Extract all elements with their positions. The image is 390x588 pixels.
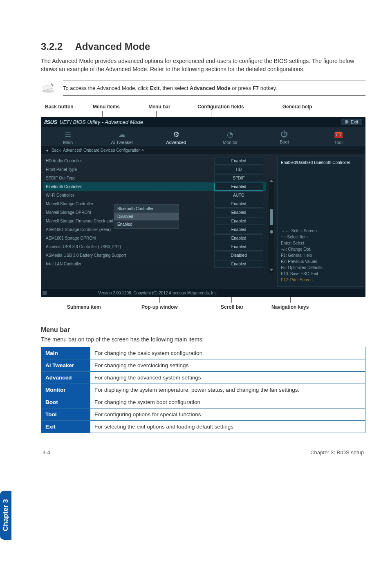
setting-label: HD Audio Controller xyxy=(46,157,214,165)
setting-value[interactable]: Enabled xyxy=(214,226,263,233)
setting-row[interactable]: SPDIF Out TypeSPDIF xyxy=(43,174,266,182)
exit-button[interactable]: Exit xyxy=(341,119,362,125)
setting-row[interactable]: Front Panel TypeHD xyxy=(43,165,266,174)
setting-row[interactable]: HD Audio ControllerEnabled xyxy=(43,157,266,165)
table-row: ExitFor selecting the exit options and l… xyxy=(41,421,365,433)
nav-key-line: F1: General Help xyxy=(281,252,359,258)
version-text: Version 2.00.1208. Copyright (C) 2012 Am… xyxy=(98,291,217,295)
nav-key-line: →←: Select Screen xyxy=(281,228,359,234)
nav-key-line: ↑↓: Select Item xyxy=(281,234,359,240)
table-value: For displaying the system temperature, p… xyxy=(90,384,365,396)
cloud-icon: ☁ xyxy=(95,130,149,139)
label-general-help: General help xyxy=(258,104,365,110)
menu-table: MainFor changing the basic system config… xyxy=(41,347,365,433)
scroll-up-icon[interactable] xyxy=(269,180,273,182)
label-config-fields: Configuration fields xyxy=(184,104,258,110)
scroll-thumb-2[interactable] xyxy=(270,230,273,233)
popup-option-enabled[interactable]: Enabled xyxy=(114,220,179,228)
setting-value[interactable]: SPDIF xyxy=(214,174,263,182)
note-text: To access the Advanced Mode, click Exit,… xyxy=(63,81,365,96)
setting-label: ASM1061 Storage OPROM xyxy=(46,234,214,242)
settings-panel: HD Audio ControllerEnabledFront Panel Ty… xyxy=(43,157,266,287)
tab-boot[interactable]: ⏻Boot xyxy=(257,127,311,146)
label-back-button: Back button xyxy=(41,104,78,110)
table-row: AdvancedFor changing the advanced system… xyxy=(41,372,365,384)
chapter-label: Chapter 3: BIOS setup xyxy=(310,449,364,456)
setting-value[interactable]: Enabled xyxy=(214,217,263,225)
toolbox-icon: 🧰 xyxy=(312,130,365,139)
tab-main[interactable]: ☰Main xyxy=(41,127,95,146)
label-menu-bar: Menu bar xyxy=(135,104,184,110)
table-value: For changing the system boot configurati… xyxy=(90,396,365,408)
setting-value[interactable]: Enabled xyxy=(214,200,263,208)
section-number: 3.2.2 xyxy=(41,41,63,52)
tab-monitor[interactable]: ◔Monitor xyxy=(203,127,257,146)
gauge-icon: ◔ xyxy=(203,130,257,139)
table-key: Main xyxy=(41,347,90,359)
tab-tool[interactable]: 🧰Tool xyxy=(312,127,365,146)
intro-paragraph: The Advanced Mode provides advanced opti… xyxy=(41,57,365,73)
back-arrow-icon[interactable]: ◄ xyxy=(45,148,49,153)
tab-ai-tweaker[interactable]: ☁Ai Tweaker xyxy=(95,127,149,146)
bios-title: UEFI BIOS Utility - Advanced Mode xyxy=(59,119,143,125)
setting-value[interactable]: Enabled xyxy=(214,260,263,268)
nav-keys: →←: Select Screen↑↓: Select ItemEnter: S… xyxy=(281,228,359,283)
breadcrumb-path: Advanced\ Onboard Devices Configuration … xyxy=(63,148,144,153)
callout-labels-bottom: Submenu item Pop-up window Scroll bar Na… xyxy=(41,304,365,316)
breadcrumb-back[interactable]: Back xyxy=(52,148,61,153)
label-submenu-item: Submenu item xyxy=(67,304,101,310)
footer-square-icon xyxy=(43,291,47,295)
chip-icon: ⚙ xyxy=(149,130,203,139)
scroll-down-icon[interactable] xyxy=(269,269,273,271)
label-scroll-bar: Scroll bar xyxy=(221,304,243,310)
setting-label: SPDIF Out Type xyxy=(46,174,214,182)
section-title: Advanced Mode xyxy=(75,41,150,52)
table-value: For configuring options for special func… xyxy=(90,408,365,421)
note-icon xyxy=(41,81,56,95)
table-row: MainFor changing the basic system config… xyxy=(41,347,365,359)
table-key: Tool xyxy=(41,408,90,421)
setting-label: ASMedia USB 3.0 Battery Charging Support xyxy=(46,251,214,259)
bios-window: /ISUS UEFI BIOS Utility - Advanced Mode … xyxy=(41,117,365,297)
tab-advanced[interactable]: ⚙Advanced xyxy=(149,127,203,146)
setting-value[interactable]: Enabled xyxy=(214,209,263,216)
setting-value[interactable]: Enabled xyxy=(214,183,263,191)
scroll-thumb[interactable] xyxy=(270,209,273,225)
nav-key-line: +/-: Change Opt. xyxy=(281,246,359,252)
setting-label: Asmedia USB 3.0 Controller (USB3_E12) xyxy=(46,243,214,251)
setting-value[interactable]: Disabled xyxy=(214,251,263,259)
table-row: Ai TweakerFor changing the overclocking … xyxy=(41,359,365,372)
list-icon: ☰ xyxy=(41,130,95,139)
setting-value[interactable]: Enabled xyxy=(214,234,263,242)
label-nav-keys: Navigation keys xyxy=(271,304,309,310)
help-text: Enabled/Disabled Bluetooth Controller xyxy=(281,160,359,222)
setting-row[interactable]: Wi-Fi ControllerAUTO xyxy=(43,191,266,200)
section-heading: 3.2.2Advanced Mode xyxy=(41,41,365,52)
menubar-intro: The menu bar on top of the screen has th… xyxy=(41,336,365,343)
setting-row[interactable]: Bluetooth ControllerEnabled xyxy=(43,182,266,191)
setting-row[interactable]: ASMedia USB 3.0 Battery Charging Support… xyxy=(43,251,266,260)
nav-key-line: F5: Optimized Defaults xyxy=(281,265,359,271)
nav-key-line: F10: Save ESC: Exit xyxy=(281,271,359,277)
table-row: ToolFor configuring options for special … xyxy=(41,408,365,421)
setting-row[interactable]: ASM1061 Storage OPROMEnabled xyxy=(43,234,266,242)
nav-key-line: F2: Previous Values xyxy=(281,258,359,265)
scrollbar[interactable] xyxy=(269,179,274,273)
callout-labels-top: Back button Menu items Menu bar Configur… xyxy=(41,104,365,110)
setting-row[interactable]: Intel LAN ControllerEnabled xyxy=(43,260,266,268)
table-key: Exit xyxy=(41,421,90,433)
popup-option-disabled[interactable]: Disabled xyxy=(114,213,179,220)
nav-key-line: Enter: Select xyxy=(281,240,359,246)
popup-header: Bluetooth Controller xyxy=(114,205,179,213)
power-icon: ⏻ xyxy=(257,130,311,139)
setting-value[interactable]: Enabled xyxy=(214,157,263,165)
exit-icon xyxy=(345,120,349,124)
label-menu-items: Menu items xyxy=(78,104,135,110)
setting-value[interactable]: Enabled xyxy=(214,243,263,251)
setting-value[interactable]: AUTO xyxy=(214,191,263,199)
table-value: For changing the overclocking settings xyxy=(90,359,365,372)
setting-value[interactable]: HD xyxy=(214,166,263,173)
setting-row[interactable]: Asmedia USB 3.0 Controller (USB3_E12)Ena… xyxy=(43,242,266,251)
table-value: For selecting the exit options and loadi… xyxy=(90,421,365,433)
bluetooth-popup: Bluetooth Controller Disabled Enabled xyxy=(114,204,179,229)
